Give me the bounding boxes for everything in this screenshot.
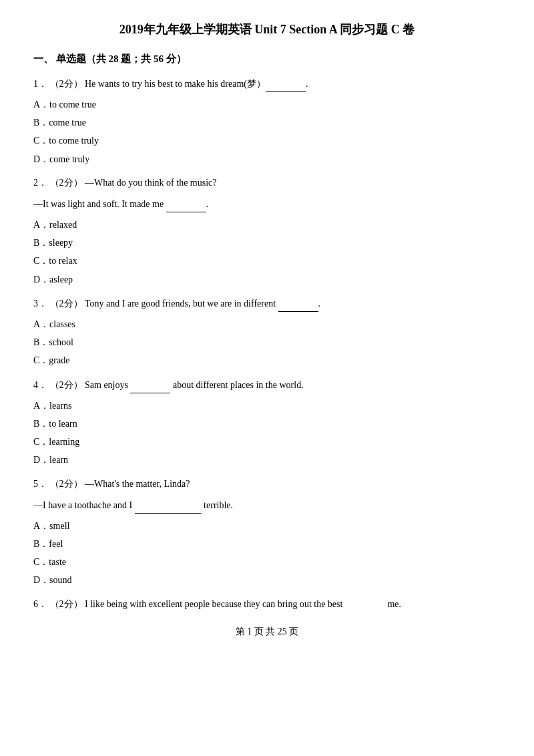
question-2-sub: —It was light and soft. It made me . [33, 195, 501, 212]
section-header: 一、 单选题（共 28 题；共 56 分） [33, 53, 501, 65]
question-3-score: （2分） [50, 299, 83, 309]
question-4-text: 4． （2分） Sam enjoys about different place… [33, 376, 501, 393]
question-2-number: 2． [33, 178, 47, 188]
question-4-options: A．learns B．to learn C．learning D．learn [33, 397, 501, 469]
question-1-options: A．to come true B．come true C．to come tru… [33, 96, 501, 168]
question-5-options: A．smell B．feel C．taste D．sound [33, 518, 501, 589]
question-6-number: 6． [33, 599, 47, 609]
question-5-score: （2分） [50, 479, 83, 489]
question-3-number: 3． [33, 299, 47, 309]
question-2-text: 2． （2分） —What do you think of the music? [33, 174, 501, 191]
option-1a: A．to come true [33, 96, 501, 113]
question-1-text: 1． （2分） He wants to try his best to make… [33, 75, 501, 92]
question-2-options: A．relaxed B．sleepy C．to relax D．asleep [33, 216, 501, 288]
question-3-text: 3． （2分） Tony and I are good friends, but… [33, 295, 501, 312]
option-2a: A．relaxed [33, 216, 501, 233]
question-2: 2． （2分） —What do you think of the music?… [33, 174, 501, 288]
option-3c: C．grade [33, 352, 501, 369]
option-5a: A．smell [33, 518, 501, 534]
question-5-text: 5． （2分） —What's the matter, Linda? [33, 476, 501, 492]
option-2d: D．asleep [33, 271, 501, 288]
question-6: 6． （2分） I like being with excellent peop… [33, 596, 501, 612]
question-5-number: 5． [33, 479, 47, 489]
option-1d: D．come truly [33, 151, 501, 168]
option-4b: B．to learn [33, 415, 501, 432]
option-5d: D．sound [33, 572, 501, 588]
question-5-sub: —I have a toothache and I terrible. [33, 496, 501, 514]
option-5b: B．feel [33, 536, 501, 552]
question-5: 5． （2分） —What's the matter, Linda? —I ha… [33, 476, 501, 589]
option-3b: B．school [33, 334, 501, 351]
option-3a: A．classes [33, 316, 501, 333]
question-1-number: 1． [33, 79, 47, 89]
page-footer: 第 1 页 共 25 页 [33, 626, 501, 638]
question-2-score: （2分） [50, 178, 83, 188]
question-4-score: （2分） [50, 380, 83, 390]
option-4d: D．learn [33, 451, 501, 468]
question-6-text: 6． （2分） I like being with excellent peop… [33, 596, 501, 612]
option-1c: C．to come truly [33, 132, 501, 149]
question-4-body: Sam enjoys about different places in the… [85, 380, 304, 390]
question-5-body: —What's the matter, Linda? [85, 479, 190, 489]
option-5c: C．taste [33, 554, 501, 570]
question-3-body: Tony and I are good friends, but we are … [85, 299, 320, 309]
question-1-body: He wants to try his best to make his dre… [85, 79, 308, 89]
question-1-score: （2分） [50, 79, 83, 89]
page-title: 2019年九年级上学期英语 Unit 7 Section A 同步习题 C 卷 [33, 20, 501, 39]
option-4c: C．learning [33, 433, 501, 450]
option-4a: A．learns [33, 397, 501, 414]
question-2-body: —What do you think of the music? [85, 178, 217, 188]
question-6-body: I like being with excellent people becau… [85, 599, 401, 609]
option-2c: C．to relax [33, 252, 501, 269]
option-2b: B．sleepy [33, 234, 501, 251]
question-3: 3． （2分） Tony and I are good friends, but… [33, 295, 501, 369]
option-1b: B．come true [33, 114, 501, 131]
question-3-options: A．classes B．school C．grade [33, 316, 501, 369]
question-4-number: 4． [33, 380, 47, 390]
questions-container: 1． （2分） He wants to try his best to make… [33, 75, 501, 612]
question-6-score: （2分） [50, 599, 83, 609]
question-4: 4． （2分） Sam enjoys about different place… [33, 376, 501, 469]
question-1: 1． （2分） He wants to try his best to make… [33, 75, 501, 168]
